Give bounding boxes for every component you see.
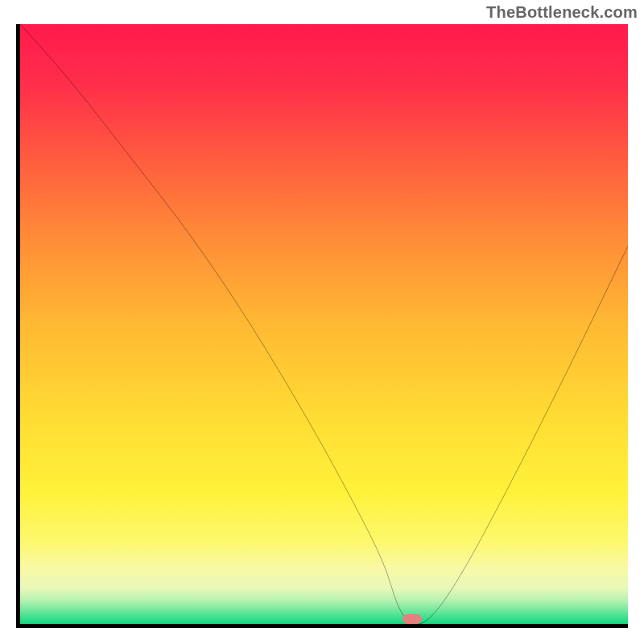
watermark-text: TheBottleneck.com bbox=[486, 3, 638, 22]
chart-frame: TheBottleneck.com bbox=[0, 0, 644, 644]
plot-area bbox=[16, 24, 628, 628]
bottleneck-curve bbox=[20, 24, 628, 624]
optimal-point-marker bbox=[402, 614, 422, 624]
